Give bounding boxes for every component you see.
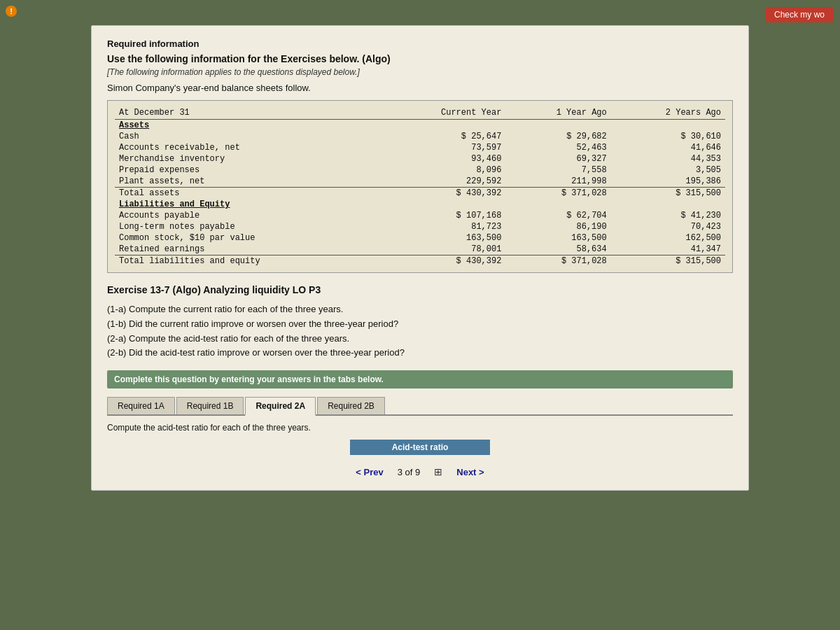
exercise-part-1a: (1-a) Compute the current ratio for each… bbox=[107, 302, 733, 317]
col-header-1yr: 1 Year Ago bbox=[505, 106, 610, 120]
assets-section-header: Assets bbox=[115, 120, 382, 132]
balance-table-wrapper: At December 31 Current Year 1 Year Ago 2… bbox=[107, 100, 733, 273]
simon-desc: Simon Company's year-end balance sheets … bbox=[107, 83, 733, 93]
tab-required-1a[interactable]: Required 1A bbox=[107, 397, 175, 414]
exercise-body: (1-a) Compute the current ratio for each… bbox=[107, 302, 733, 360]
total-liabilities-row: Total liabilities and equity $ 430,392 $… bbox=[115, 255, 725, 267]
check-my-work-button[interactable]: Check my wo bbox=[766, 7, 833, 22]
italic-note: [The following information applies to th… bbox=[107, 67, 733, 77]
main-card: Required information Use the following i… bbox=[91, 25, 749, 491]
table-row: Accounts payable $ 107,168 $ 62,704 $ 41… bbox=[115, 210, 725, 221]
table-row: Long-term notes payable 81,723 86,190 70… bbox=[115, 221, 725, 232]
balance-sheet-table: At December 31 Current Year 1 Year Ago 2… bbox=[115, 106, 725, 267]
exercise-title: Exercise 13-7 (Algo) Analyzing liquidity… bbox=[107, 284, 733, 295]
exercise-part-2b: (2-b) Did the acid-test ratio improve or… bbox=[107, 346, 733, 360]
page-info: 3 of 9 bbox=[398, 467, 421, 477]
grid-icon[interactable]: ⊞ bbox=[434, 466, 442, 477]
next-button[interactable]: Next > bbox=[456, 467, 484, 477]
total-assets-row: Total assets $ 430,392 $ 371,028 $ 315,5… bbox=[115, 188, 725, 200]
table-row: Accounts receivable, net 73,597 52,463 4… bbox=[115, 142, 725, 153]
col-header-date: At December 31 bbox=[115, 106, 382, 120]
col-header-2yr: 2 Years Ago bbox=[611, 106, 725, 120]
table-row: Cash $ 25,647 $ 29,682 $ 30,610 bbox=[115, 131, 725, 142]
acid-test-ratio-header: Acid-test ratio bbox=[350, 440, 490, 455]
complete-instruction-box: Complete this question by entering your … bbox=[107, 370, 733, 388]
tab-required-2b[interactable]: Required 2B bbox=[317, 397, 385, 414]
tab-required-1b[interactable]: Required 1B bbox=[176, 397, 244, 414]
tab-required-2a[interactable]: Required 2A bbox=[245, 397, 316, 416]
nav-row: < Prev 3 of 9 ⊞ Next > bbox=[107, 466, 733, 477]
top-bar: Check my wo bbox=[7, 7, 833, 22]
table-row: Prepaid expenses 8,096 7,558 3,505 bbox=[115, 164, 725, 176]
tabs-row: Required 1A Required 1B Required 2A Requ… bbox=[107, 397, 733, 416]
warning-icon: ! bbox=[6, 6, 17, 17]
table-row: Common stock, $10 par value 163,500 163,… bbox=[115, 232, 725, 244]
liabilities-section-header: Liabilities and Equity bbox=[115, 199, 382, 210]
exercise-part-1b: (1-b) Did the current ratio improve or w… bbox=[107, 317, 733, 332]
tab-content-desc: Compute the acid-test ratio for each of … bbox=[107, 423, 733, 433]
exercise-part-2a: (2-a) Compute the acid-test ratio for ea… bbox=[107, 332, 733, 346]
table-row: Plant assets, net 229,592 211,998 195,38… bbox=[115, 176, 725, 188]
col-header-current: Current Year bbox=[382, 106, 505, 120]
use-following-label: Use the following information for the Ex… bbox=[107, 53, 733, 64]
table-row: Retained earnings 78,001 58,634 41,347 bbox=[115, 244, 725, 255]
required-info-title: Required information bbox=[107, 38, 733, 49]
table-row: Merchandise inventory 93,460 69,327 44,3… bbox=[115, 153, 725, 164]
prev-button[interactable]: < Prev bbox=[356, 467, 383, 477]
